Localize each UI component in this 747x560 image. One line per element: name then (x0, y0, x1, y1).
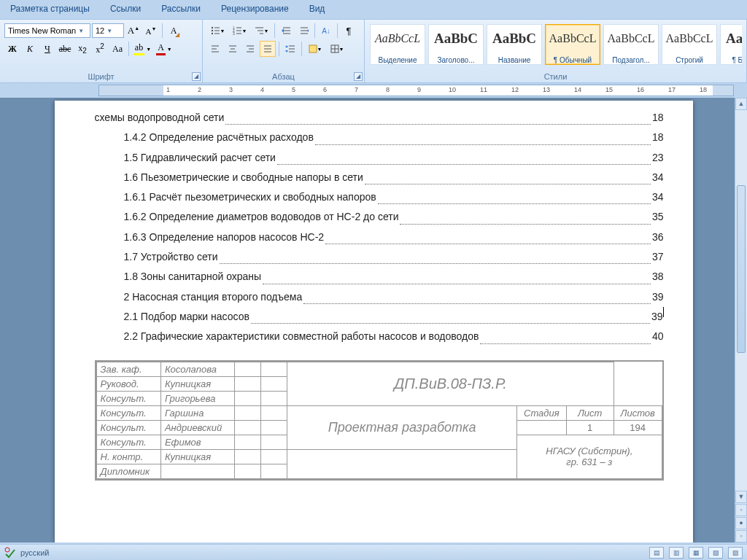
toc-line[interactable]: 1.7 Устройство сети37 (95, 247, 664, 267)
style-item-0[interactable]: AaBbCcLВыделение (370, 24, 425, 65)
spellcheck-icon[interactable] (4, 547, 16, 559)
strike-button[interactable]: abc (57, 41, 73, 57)
vertical-scrollbar[interactable]: ▲ ▼ ◦ ● ◦ (735, 98, 747, 542)
view-print-layout-button[interactable]: ▤ (649, 547, 664, 559)
numbering-button[interactable]: 123▼ (229, 23, 249, 39)
tab-review[interactable]: Рецензирование (211, 1, 299, 16)
view-draft-button[interactable]: ▨ (728, 547, 743, 559)
align-left-button[interactable] (207, 41, 223, 57)
next-page-button[interactable]: ◦ (735, 530, 747, 542)
highlight-color-button[interactable]: ab▼ (132, 41, 152, 57)
underline-button[interactable]: Ч (39, 41, 55, 57)
clear-formatting-button[interactable]: A◢ (166, 23, 182, 39)
toc-line[interactable]: 2 Насосная станция второго подъема39 (95, 287, 664, 307)
status-bar: русский ▤ ▥ ▦ ▧ ▨ (0, 544, 747, 560)
sort-button[interactable]: A↓ (318, 23, 334, 39)
align-justify-button[interactable] (260, 41, 276, 57)
view-outline-button[interactable]: ▧ (708, 547, 723, 559)
increase-indent-button[interactable] (295, 23, 311, 39)
ribbon-tabs: Разметка страницы Ссылки Рассылки Реценз… (0, 0, 747, 19)
toc-line[interactable]: 1.6.3 Определение напоров насосов НС-236 (95, 228, 664, 247)
tb-name: Купницкая (160, 449, 234, 464)
title-block: Зав. каф. Косолапова ДП.ВиВ.08-ПЗ.Р. Рук… (95, 360, 664, 481)
group-paragraph: ▼ 123▼ ▼ A↓ ¶ ▼ ▼ (203, 20, 365, 82)
tb-role: Зав. каф. (96, 362, 160, 376)
tb-name: Ефимов (160, 435, 234, 449)
multilevel-list-button[interactable]: ▼ (251, 23, 271, 39)
toc-line[interactable]: 2.2 Графические характеристики совместно… (95, 327, 664, 346)
view-full-screen-button[interactable]: ▥ (669, 547, 684, 559)
align-right-button[interactable] (242, 41, 258, 57)
tb-name: Косолапова (160, 362, 234, 376)
decrease-indent-button[interactable] (278, 23, 294, 39)
tab-view[interactable]: Вид (299, 1, 336, 16)
svg-point-2 (211, 30, 212, 31)
prev-page-button[interactable]: ◦ (735, 504, 747, 516)
table-of-contents: схемы водопроводной сети 181.4.2 Определ… (95, 108, 664, 347)
style-item-1[interactable]: AaBbCЗаголово... (428, 24, 484, 65)
tab-references[interactable]: Ссылки (100, 1, 151, 16)
paragraph-dialog-launcher[interactable]: ◢ (354, 72, 363, 81)
tab-page-layout[interactable]: Разметка страницы (0, 1, 100, 16)
tb-code: ДП.ВиВ.08-ПЗ.Р. (287, 362, 614, 405)
toc-line[interactable]: 1.8 Зоны санитарной охраны38 (95, 267, 664, 287)
align-center-button[interactable] (225, 41, 241, 57)
style-item-2[interactable]: AaBbCНазвание (487, 24, 542, 65)
toc-line[interactable]: 2.1 Подбор марки насосов39 (95, 307, 664, 327)
grow-font-button[interactable]: A▲ (125, 23, 142, 39)
font-size-value: 12 (96, 26, 104, 35)
tb-role: Консульт. (96, 420, 160, 435)
shrink-font-button[interactable]: A▼ (143, 23, 159, 39)
horizontal-ruler[interactable]: 12123456789101112131415161718 (98, 85, 734, 96)
svg-marker-22 (307, 28, 309, 33)
font-name-value: Times New Roman (8, 26, 76, 35)
borders-button[interactable]: ▼ (327, 41, 347, 57)
scroll-thumb[interactable] (737, 185, 746, 353)
browse-object-button[interactable]: ● (735, 517, 747, 529)
document-area: схемы водопроводной сети 181.4.2 Определ… (0, 98, 747, 542)
line-spacing-button[interactable] (282, 41, 298, 57)
bold-button[interactable]: Ж (4, 41, 20, 57)
tab-mailings[interactable]: Рассылки (151, 1, 211, 16)
style-item-3[interactable]: AaBbCcL¶ Обычный (545, 24, 600, 65)
font-size-combo[interactable]: 12▼ (92, 23, 124, 38)
tb-name: Григорьева (160, 391, 234, 405)
italic-button[interactable]: К (22, 41, 38, 57)
toc-line[interactable]: схемы водопроводной сети 18 (95, 108, 664, 128)
language-indicator[interactable]: русский (20, 548, 49, 557)
ruler-area: 12123456789101112131415161718 (0, 83, 747, 98)
shading-button[interactable]: ▼ (305, 41, 325, 57)
style-item-4[interactable]: AaBbCcLПодзагол... (603, 24, 659, 65)
subscript-button[interactable]: x2 (74, 41, 90, 57)
tb-name (160, 464, 234, 478)
style-item-6[interactable]: AaBbC¶ Без инт (720, 24, 742, 65)
document-page[interactable]: схемы водопроводной сети 181.4.2 Определ… (55, 101, 693, 542)
tb-role: Консульт. (96, 405, 160, 420)
font-dialog-launcher[interactable]: ◢ (192, 72, 201, 81)
toc-line[interactable]: 1.4.2 Определение расчётных расходов18 (95, 128, 664, 147)
tb-v-stage (517, 420, 566, 435)
change-case-button[interactable]: Aa (109, 41, 125, 57)
toc-line[interactable]: 1.6.1 Расчёт пьезометрических и свободны… (95, 187, 664, 207)
tb-h-sheets: Листов (614, 405, 662, 420)
toc-line[interactable]: 1.5 Гидравлический расчет сети23 (95, 148, 664, 168)
toc-line[interactable]: 1.6.2 Определение диаметров водоводов от… (95, 207, 664, 227)
group-paragraph-label: Абзац (207, 72, 360, 82)
view-web-layout-button[interactable]: ▦ (689, 547, 703, 559)
show-marks-button[interactable]: ¶ (341, 23, 357, 39)
font-color-button[interactable]: A▼ (154, 41, 174, 57)
tb-role: Дипломник (96, 464, 160, 478)
svg-text:3: 3 (233, 31, 235, 36)
superscript-button[interactable]: x2 (92, 41, 108, 57)
bullets-button[interactable]: ▼ (207, 23, 228, 39)
toc-line[interactable]: 1.6 Пьезометрические и свободные напоры … (95, 168, 664, 187)
group-font: Times New Roman▼ 12▼ A▲ A▼ A◢ Ж К Ч abc … (0, 20, 203, 82)
tb-title: Проектная разработка (287, 405, 517, 449)
tb-role: Консульт. (96, 435, 160, 449)
scroll-up-button[interactable]: ▲ (735, 98, 747, 110)
font-name-combo[interactable]: Times New Roman▼ (4, 23, 90, 38)
scroll-down-button[interactable]: ▼ (735, 491, 747, 503)
group-styles-label: Стили (369, 72, 742, 82)
style-item-5[interactable]: AaBbCcLСтрогий (662, 24, 717, 65)
tb-v-sheets: 194 (614, 420, 662, 435)
